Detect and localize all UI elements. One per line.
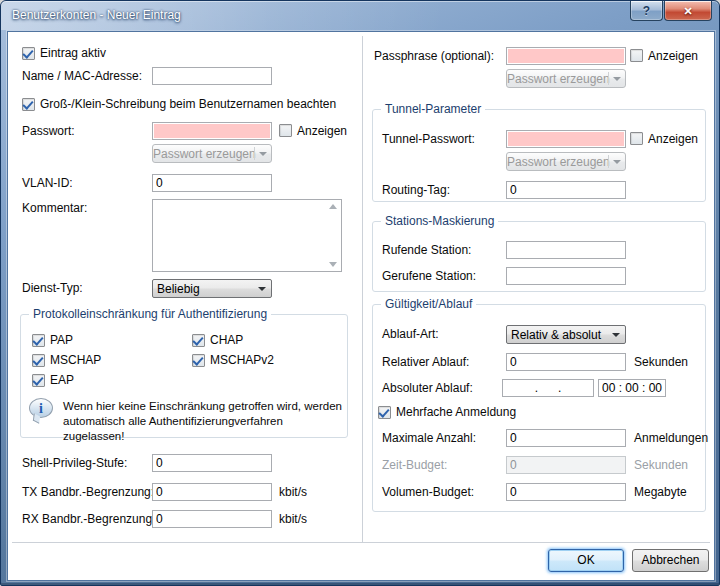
tunnel-generate-label: Passwort erzeugen	[507, 155, 608, 169]
passphrase-generate-label: Passwort erzeugen	[507, 72, 608, 86]
service-type-label: Dienst-Typ:	[22, 281, 83, 295]
calling-station-input[interactable]	[506, 241, 626, 259]
help-icon: ?	[643, 4, 650, 18]
password-generate-label: Passwort erzeugen	[153, 147, 254, 161]
expiry-type-dropdown[interactable]: Relativ & absolut	[506, 325, 626, 344]
absolute-expiry-date-input[interactable]: . .	[502, 379, 594, 397]
time-budget-label: Zeit-Budget:	[382, 458, 447, 472]
tx-bandwidth-label: TX Bandbr.-Begrenzung:	[22, 485, 154, 499]
pap-checkbox[interactable]	[32, 334, 45, 347]
mschapv2-label: MSCHAPv2	[210, 353, 274, 367]
volume-budget-input[interactable]	[506, 483, 626, 501]
password-input[interactable]	[152, 122, 272, 140]
absolute-expiry-time-input[interactable]: 00 : 00 : 00	[598, 379, 666, 397]
vlan-label: VLAN-ID:	[22, 176, 73, 190]
name-mac-label: Name / MAC-Adresse:	[22, 69, 142, 83]
routing-tag-label: Routing-Tag:	[382, 183, 450, 197]
chevron-down-icon	[612, 333, 620, 337]
tunnel-password-show-checkbox[interactable]	[630, 132, 643, 145]
tunnel-generate-button[interactable]: Passwort erzeugen	[506, 152, 626, 171]
relative-expiry-label: Relativer Ablauf:	[382, 355, 469, 369]
shell-privilege-input[interactable]	[152, 454, 272, 472]
cancel-button[interactable]: Abbrechen	[632, 549, 709, 572]
protocol-group-title: Protokolleinschränkung für Authentifizie…	[29, 307, 271, 321]
station-group-title: Stations-Maskierung	[381, 214, 498, 228]
dialog-title: Benutzerkonten - Neuer Eintrag	[12, 8, 181, 22]
expiry-type-value: Relativ & absolut	[511, 328, 601, 342]
multiple-login-label: Mehrfache Anmeldung	[396, 405, 516, 419]
comment-label: Kommentar:	[22, 201, 87, 215]
routing-tag-input[interactable]	[506, 181, 626, 199]
chevron-down-icon	[258, 287, 266, 291]
chevron-down-icon	[259, 152, 267, 156]
entry-active-label: Eintrag aktiv	[40, 46, 106, 60]
info-icon: i	[29, 398, 53, 418]
scroll-up-icon[interactable]	[329, 204, 337, 209]
volume-budget-unit: Megabyte	[634, 485, 687, 499]
called-station-label: Gerufene Station:	[382, 269, 476, 283]
scroll-down-icon[interactable]	[329, 262, 337, 267]
mschap-checkbox[interactable]	[32, 354, 45, 367]
tx-bandwidth-input[interactable]	[152, 483, 272, 501]
time-budget-unit: Sekunden	[634, 458, 688, 472]
tunnel-password-input[interactable]	[506, 130, 626, 148]
protocol-info-text: Wenn hier keine Einschränkung getroffen …	[63, 399, 347, 444]
chevron-down-icon	[613, 160, 621, 164]
passphrase-input[interactable]	[506, 47, 626, 65]
tunnel-password-label: Tunnel-Passwort:	[382, 132, 475, 146]
service-type-dropdown[interactable]: Beliebig	[152, 279, 272, 298]
password-generate-button[interactable]: Passwort erzeugen	[152, 144, 272, 163]
pap-label: PAP	[50, 333, 73, 347]
title-bar[interactable]: Benutzerkonten - Neuer Eintrag	[1, 1, 719, 30]
tunnel-password-show-label: Anzeigen	[648, 132, 698, 146]
passphrase-show-checkbox[interactable]	[630, 49, 643, 62]
chevron-down-icon	[613, 77, 621, 81]
service-type-value: Beliebig	[157, 282, 200, 296]
validity-group-title: Gültigkeit/Ablauf	[381, 297, 476, 311]
ok-button[interactable]: OK	[548, 549, 624, 572]
called-station-input[interactable]	[506, 267, 626, 285]
expiry-type-label: Ablauf-Art:	[382, 327, 439, 341]
max-logins-unit: Anmeldungen	[634, 431, 708, 445]
eap-label: EAP	[50, 373, 74, 387]
passphrase-generate-button[interactable]: Passwort erzeugen	[506, 69, 626, 88]
shell-privilege-label: Shell-Privileg-Stufe:	[22, 456, 127, 470]
chap-label: CHAP	[210, 333, 243, 347]
split-divider	[608, 72, 609, 85]
entry-active-checkbox[interactable]	[22, 47, 35, 60]
passphrase-label: Passphrase (optional):	[374, 49, 494, 63]
absolute-expiry-label: Absoluter Ablauf:	[382, 381, 473, 395]
max-logins-label: Maximale Anzahl:	[382, 431, 476, 445]
passphrase-show-label: Anzeigen	[648, 49, 698, 63]
case-sensitive-label: Groß-/Klein-Schreibung beim Benutzername…	[40, 97, 336, 111]
help-button[interactable]: ?	[630, 1, 663, 21]
chap-checkbox[interactable]	[192, 334, 205, 347]
mschapv2-checkbox[interactable]	[192, 354, 205, 367]
rx-bandwidth-unit: kbit/s	[279, 512, 307, 526]
max-logins-input[interactable]	[506, 429, 626, 447]
split-divider	[608, 155, 609, 168]
footer-divider	[12, 542, 710, 543]
password-show-checkbox[interactable]	[279, 124, 292, 137]
dialog-window: Benutzerkonten - Neuer Eintrag ? ✕ Eintr…	[0, 0, 720, 586]
volume-budget-label: Volumen-Budget:	[382, 485, 474, 499]
calling-station-label: Rufende Station:	[382, 243, 471, 257]
tunnel-group-title: Tunnel-Parameter	[381, 102, 485, 116]
rx-bandwidth-input[interactable]	[152, 510, 272, 528]
mschap-label: MSCHAP	[50, 353, 101, 367]
dialog-body: Eintrag aktiv Name / MAC-Adresse: Groß-/…	[7, 31, 715, 581]
relative-expiry-input[interactable]	[506, 353, 626, 371]
close-button[interactable]: ✕	[664, 1, 712, 21]
relative-expiry-unit: Sekunden	[634, 355, 688, 369]
password-label: Passwort:	[22, 124, 75, 138]
comment-textarea[interactable]	[152, 199, 342, 272]
close-icon: ✕	[683, 5, 692, 17]
time-budget-input	[506, 456, 626, 474]
password-show-label: Anzeigen	[297, 124, 347, 138]
eap-checkbox[interactable]	[32, 374, 45, 387]
name-mac-input[interactable]	[152, 67, 272, 85]
multiple-login-checkbox[interactable]	[378, 406, 391, 419]
rx-bandwidth-label: RX Bandbr.-Begrenzung:	[22, 512, 155, 526]
vlan-input[interactable]	[152, 174, 272, 192]
case-sensitive-checkbox[interactable]	[22, 98, 35, 111]
